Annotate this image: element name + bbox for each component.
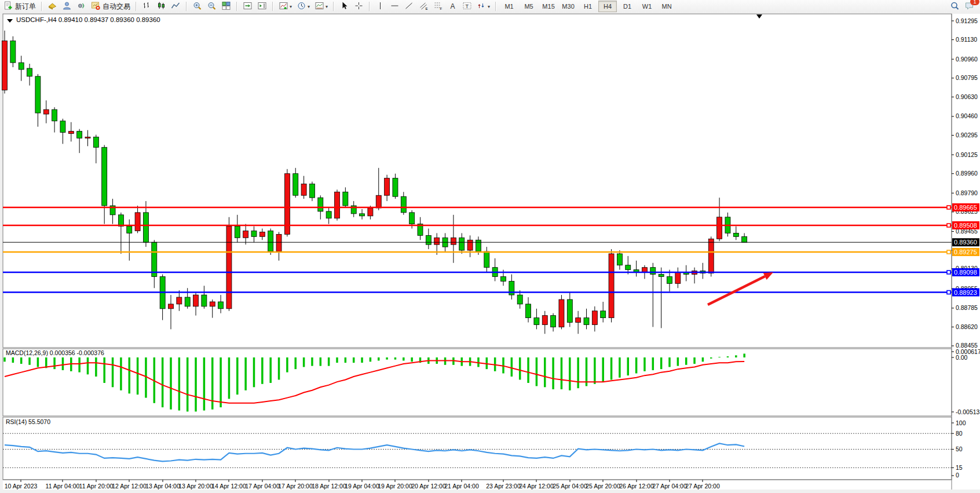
candle[interactable] [343,192,348,206]
support-2-handle[interactable] [947,291,950,294]
timeframe-h4-button[interactable]: H4 [598,1,617,12]
candle[interactable] [251,231,257,236]
candle[interactable] [52,109,57,121]
candle[interactable] [218,302,224,309]
candle[interactable] [368,208,373,216]
candle[interactable] [127,227,132,233]
candle[interactable] [27,68,32,76]
notifications-button[interactable]: 1 [962,0,977,13]
candle[interactable] [10,41,16,63]
candle[interactable] [559,300,564,327]
timeframe-m30-button[interactable]: M30 [559,1,577,12]
candle[interactable] [360,214,365,216]
pivot-line-handle[interactable] [947,250,950,254]
candle[interactable] [335,192,340,218]
candle[interactable] [650,268,656,275]
line-chart-button[interactable] [169,0,183,13]
candle[interactable] [526,304,531,318]
candle[interactable] [177,297,182,304]
candle[interactable] [385,178,390,196]
candle[interactable] [276,234,281,251]
candle[interactable] [675,272,681,284]
auto-trading-button[interactable]: 自动交易 [89,0,133,13]
candle[interactable] [733,233,738,236]
search-button[interactable] [948,0,962,13]
vertical-line-button[interactable] [373,0,387,13]
candle-chart-button[interactable] [154,0,169,13]
candle[interactable] [434,238,440,244]
candle[interactable] [467,240,473,250]
candle[interactable] [210,302,215,306]
candle[interactable] [642,268,647,272]
candle[interactable] [43,109,49,114]
candle[interactable] [135,213,140,231]
auto-scroll-button[interactable] [240,0,255,13]
candle[interactable] [426,235,431,244]
label-button[interactable]: T [460,0,474,13]
text-button[interactable]: A [445,0,460,13]
candle[interactable] [102,147,107,206]
candle[interactable] [484,251,489,268]
candle[interactable] [517,295,522,304]
candle[interactable] [293,174,298,196]
candle[interactable] [301,184,306,195]
timeframe-m15-button[interactable]: M15 [539,1,558,12]
candle[interactable] [551,316,556,327]
candle[interactable] [60,121,65,133]
candle[interactable] [226,227,232,309]
timeframe-m5-button[interactable]: M5 [520,1,538,12]
candle[interactable] [235,227,240,238]
candle[interactable] [376,195,381,208]
chevron-down-icon[interactable]: ▾ [290,4,292,9]
candle[interactable] [393,178,398,197]
chevron-down-icon[interactable]: ▾ [326,4,328,9]
candle[interactable] [152,242,157,276]
candle[interactable] [2,41,8,90]
candle[interactable] [476,240,481,251]
candle[interactable] [193,295,199,306]
candle[interactable] [19,63,24,70]
candle[interactable] [617,254,622,265]
candle[interactable] [601,311,606,318]
chevron-down-icon[interactable]: ▾ [308,4,310,9]
candle[interactable] [626,265,631,270]
timeframe-h1-button[interactable]: H1 [579,1,597,12]
candle[interactable] [35,76,41,113]
resistance-2-handle[interactable] [947,224,950,227]
candle[interactable] [243,231,248,238]
bar-chart-button[interactable] [140,0,154,13]
candle[interactable] [742,236,747,242]
candle[interactable] [401,196,406,213]
timeframe-w1-button[interactable]: W1 [638,1,656,12]
candle[interactable] [717,217,722,239]
templates-button[interactable]: ▾ [312,0,330,13]
candle[interactable] [584,318,589,325]
candle[interactable] [185,297,190,306]
sound-button[interactable] [74,0,89,13]
indicators-button[interactable]: ▾ [276,0,294,13]
timeframe-d1-button[interactable]: D1 [618,1,637,12]
candle[interactable] [534,318,539,325]
market-watch-button[interactable] [45,0,60,13]
zoom-out-button[interactable] [204,0,219,13]
chevron-down-icon[interactable]: ▾ [488,4,490,9]
candle[interactable] [259,232,265,236]
candle[interactable] [93,137,98,147]
cursor-button[interactable] [337,0,352,13]
candle[interactable] [609,254,614,318]
candle[interactable] [268,231,273,251]
candle[interactable] [309,184,315,198]
candle[interactable] [409,213,415,224]
candle[interactable] [451,238,456,244]
horizontal-line-button[interactable] [387,0,402,13]
timeframe-m1-button[interactable]: M1 [500,1,518,12]
candle[interactable] [659,275,664,277]
candle[interactable] [542,316,547,325]
support-1-handle[interactable] [947,271,950,274]
data-window-button[interactable] [60,0,74,13]
candle[interactable] [592,311,597,325]
candle[interactable] [708,239,714,273]
new-order-button[interactable]: 新订单 [1,0,38,13]
candle[interactable] [118,215,123,227]
zoom-in-button[interactable] [190,0,204,13]
